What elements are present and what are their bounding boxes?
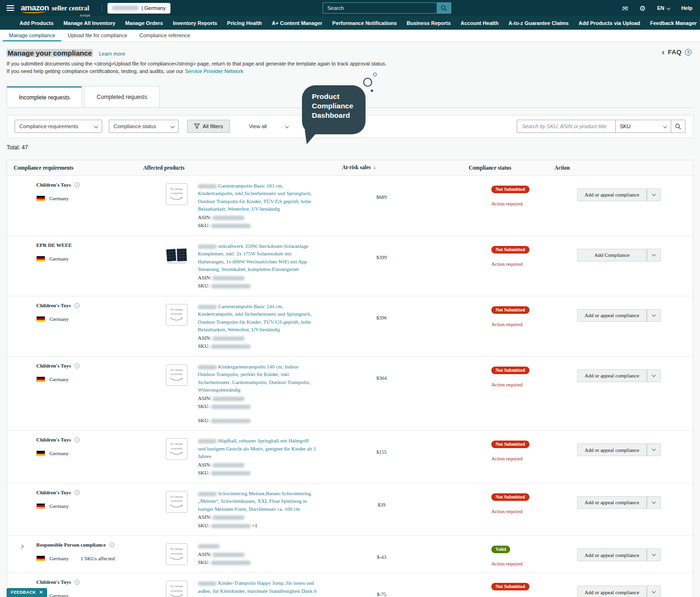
- description-line-1: If you submitted documents using the <st…: [7, 60, 693, 68]
- table-row: Responsible Person compliance i Germany …: [7, 536, 693, 573]
- compliance-action-button[interactable]: Add or appeal compliance: [577, 369, 647, 382]
- at-risk-sales-value: $39: [356, 490, 407, 530]
- table-search-button[interactable]: [671, 120, 685, 133]
- compliance-action-button[interactable]: Add or appeal compliance: [577, 443, 647, 456]
- compliance-action-dropdown[interactable]: [647, 548, 661, 561]
- product-title-link[interactable]: Gartentrampolin Basic 244 cm, Kindertram…: [198, 303, 317, 334]
- nav-item[interactable]: Business Reports: [402, 20, 456, 26]
- view-all-select[interactable]: View all: [249, 123, 288, 129]
- sku-label: SKU:: [198, 343, 210, 349]
- sku-label: SKU:: [198, 417, 210, 423]
- info-icon[interactable]: i: [74, 490, 80, 495]
- compliance-action-button[interactable]: Add or appeal compliance: [577, 548, 647, 561]
- country-label: Germany: [49, 450, 69, 456]
- tab-incomplete-requests[interactable]: Incomplete requests: [7, 86, 82, 107]
- compliance-action-button[interactable]: Add or appeal compliance: [577, 586, 647, 597]
- table-row: EPR DE WEEE i Germany No image available: [7, 236, 693, 296]
- product-title-link[interactable]: Kinder-Trampolin Happy Jump, für innen u…: [198, 579, 317, 597]
- blurred-sku: [211, 524, 251, 528]
- subnav-item[interactable]: Manage compliance: [3, 30, 61, 41]
- blurred-sku: [211, 284, 251, 288]
- subnav-item[interactable]: Compliance reference: [133, 30, 196, 41]
- tab-completed-requests[interactable]: Completed requests: [84, 86, 160, 107]
- product-title-link[interactable]: Schwimmring Melone,Riesen-Schwimmring „M…: [198, 490, 317, 513]
- compliance-action-dropdown[interactable]: [647, 496, 661, 509]
- status-badge: Not Submitted: [491, 367, 529, 374]
- nav-item[interactable]: Manage All Inventory: [58, 20, 120, 26]
- nav-item[interactable]: Add Products: [15, 20, 58, 26]
- learn-more-link[interactable]: Learn more: [99, 51, 125, 57]
- nav-item[interactable]: A+ Content Manager: [267, 20, 327, 26]
- compliance-status-select[interactable]: Compliance status: [109, 120, 179, 133]
- info-icon[interactable]: i: [74, 437, 80, 442]
- settings-gear-icon[interactable]: ⚙: [639, 5, 645, 12]
- nav-item[interactable]: Inventory Reports: [168, 20, 222, 26]
- compliance-action-button[interactable]: Add or appeal compliance: [577, 496, 647, 509]
- product-title-link[interactable]: Hüpfball, robuster Springball mit Halteg…: [198, 437, 317, 460]
- compliance-action-dropdown[interactable]: [647, 586, 661, 597]
- compliance-requirement-label: Responsible Person compliance: [36, 542, 106, 548]
- product-title-link[interactable]: [198, 542, 317, 550]
- nav-item[interactable]: A-to-z Guarantee Claims: [504, 20, 574, 26]
- table-row: Children's Toys i Germany No image avail…: [7, 483, 693, 536]
- all-filters-button[interactable]: All filters: [187, 120, 230, 133]
- help-link[interactable]: Help: [681, 5, 692, 11]
- compliance-action-dropdown[interactable]: [647, 309, 661, 322]
- blurred-brand: [198, 184, 217, 188]
- status-badge: Not Submitted: [491, 583, 529, 590]
- sort-descending-icon: ↓: [373, 164, 376, 171]
- asin-label: ASIN:: [198, 335, 212, 341]
- subnav-item[interactable]: Upload file for compliance: [61, 30, 133, 41]
- solar-panel-product-image: [166, 244, 187, 265]
- product-title-link[interactable]: Kindergartentrampolin 140 cm, Indoor Out…: [198, 363, 317, 394]
- global-search-input[interactable]: Search: [323, 3, 437, 13]
- compliance-action-button[interactable]: Add Compliance: [577, 249, 647, 262]
- global-search-button[interactable]: [437, 3, 451, 13]
- compliance-action-button[interactable]: Add or appeal compliance: [577, 188, 647, 201]
- account-selector[interactable]: | Germany: [108, 3, 170, 13]
- language-selector[interactable]: EN: [657, 5, 670, 11]
- compliance-requirements-select[interactable]: Compliance requirements: [15, 120, 102, 133]
- expand-row-icon[interactable]: [20, 543, 23, 549]
- nav-item[interactable]: Performance Notifications: [327, 20, 402, 26]
- amazon-seller-central-logo[interactable]: amazon seller central europe: [21, 3, 90, 13]
- product-title-link[interactable]: Gartentrampolin Basic 183 cm, Kindertram…: [198, 182, 317, 213]
- sku-search-input[interactable]: Search by SKU, ASIN or product title: [517, 120, 616, 133]
- hamburger-menu-icon[interactable]: [0, 5, 21, 11]
- info-icon[interactable]: i: [74, 580, 80, 585]
- germany-flag-icon: [36, 196, 45, 201]
- at-risk-sales-value: $-43: [356, 542, 407, 566]
- product-title-link[interactable]: onkraftwerk 350W Steckdosen-Solaranlage …: [198, 242, 317, 273]
- service-provider-network-link[interactable]: Service Provider Network: [185, 68, 244, 74]
- at-risk-sales-value: $399: [356, 242, 407, 290]
- blurred-asin: [212, 515, 244, 520]
- compliance-action-button[interactable]: Add or appeal compliance: [577, 309, 647, 322]
- question-mark-icon: ?: [685, 49, 692, 56]
- faq-link[interactable]: ‹ FAQ ?: [662, 48, 692, 56]
- compliance-action-dropdown[interactable]: [647, 188, 661, 201]
- feedback-button[interactable]: FEEDBACK ✕: [7, 588, 47, 597]
- compliance-action-dropdown[interactable]: [647, 443, 661, 456]
- nav-item[interactable]: Add Products via Upload: [574, 20, 645, 26]
- compliance-requirement-label: Children's Toys: [36, 579, 71, 585]
- nav-item[interactable]: Feedback Manager: [645, 20, 700, 26]
- compliance-action-dropdown[interactable]: [647, 369, 661, 382]
- sku-label: SKU:: [198, 559, 210, 565]
- chevron-down-icon: [652, 447, 656, 451]
- blurred-brand: [198, 305, 217, 309]
- nav-item[interactable]: Account Health: [456, 20, 504, 26]
- info-icon[interactable]: i: [109, 542, 114, 548]
- nav-item[interactable]: Manage Orders: [120, 20, 168, 26]
- status-badge: Not Submitted: [491, 441, 529, 448]
- col-at-risk-sales[interactable]: At-risk sales↓: [333, 164, 385, 171]
- nav-item[interactable]: Pricing Health: [222, 20, 267, 26]
- info-icon[interactable]: i: [74, 182, 80, 188]
- search-by-select[interactable]: SKU: [616, 120, 671, 133]
- logo-region-label: europe: [80, 14, 90, 17]
- messages-envelope-icon[interactable]: ✉: [622, 5, 628, 12]
- chevron-down-icon: [652, 589, 656, 593]
- compliance-action-dropdown[interactable]: [647, 249, 661, 262]
- action-required-label: Action required: [491, 456, 577, 461]
- info-icon[interactable]: i: [74, 363, 80, 368]
- info-icon[interactable]: i: [74, 303, 80, 308]
